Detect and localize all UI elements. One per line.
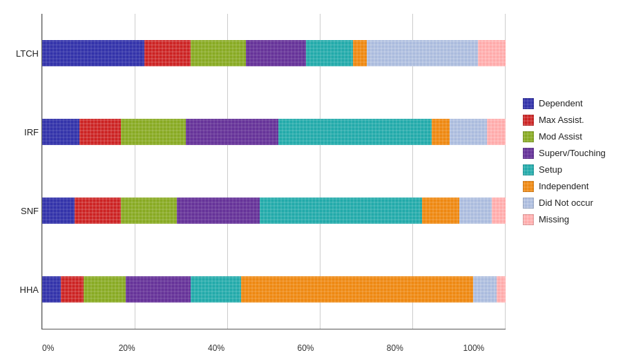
segment-mod-assist: [121, 198, 177, 224]
bar-row-hha: HHA: [42, 269, 506, 310]
segment-superv: [246, 40, 306, 66]
bar-row-snf: SNF: [42, 190, 506, 231]
legend-label-setup: Setup: [539, 164, 562, 175]
segment-mod-assist: [84, 276, 125, 303]
segment-max-assist: [75, 198, 121, 224]
segment-independent: [422, 198, 459, 224]
segment-missing: [497, 276, 506, 303]
segment-did-not: [459, 198, 492, 224]
legend-item-dependent: Dependent: [523, 98, 616, 109]
legend-color-independent: [523, 181, 534, 192]
legend-color-dependent: [523, 98, 534, 109]
legend-label-dependent: Dependent: [539, 98, 583, 108]
legend-label-superv: Superv/Touching: [539, 148, 606, 158]
x-axis-label-100%: 100%: [463, 343, 485, 353]
bar-stack-irf: [42, 119, 506, 145]
x-axis-label-80%: 80%: [387, 343, 403, 353]
segment-setup: [260, 198, 422, 224]
segment-max-assist: [144, 40, 191, 66]
legend-color-missing: [523, 214, 534, 225]
segment-dependent: [42, 40, 144, 66]
x-axis-labels: 0%20%40%60%80%100%: [42, 343, 506, 353]
chart-area: LTCHIRFSNFHHA 0%20%40%60%80%100%: [41, 14, 506, 329]
legend: DependentMax Assist.Mod AssistSuperv/Tou…: [506, 14, 616, 329]
x-axis-label-0%: 0%: [42, 343, 54, 353]
bar-stack-hha: [42, 276, 506, 303]
bar-stack-snf: [42, 198, 506, 224]
segment-independent: [353, 40, 367, 66]
segment-mod-assist: [121, 119, 186, 145]
legend-item-superv: Superv/Touching: [523, 148, 616, 159]
segment-did-not: [473, 276, 497, 303]
segment-did-not: [450, 119, 487, 145]
bar-label-ltch: LTCH: [4, 48, 39, 59]
legend-item-missing: Missing: [523, 214, 616, 225]
segment-setup: [191, 276, 242, 303]
segment-missing: [492, 198, 506, 224]
segment-missing: [478, 40, 506, 66]
legend-label-independent: Independent: [539, 181, 588, 191]
legend-item-setup: Setup: [523, 164, 616, 175]
bar-row-irf: IRF: [42, 111, 506, 153]
segment-dependent: [42, 119, 79, 145]
segment-max-assist: [61, 276, 84, 303]
segment-did-not: [367, 40, 478, 66]
segment-dependent: [42, 276, 61, 303]
bar-label-irf: IRF: [4, 127, 39, 137]
x-axis-label-60%: 60%: [297, 343, 314, 353]
segment-dependent: [42, 198, 75, 224]
chart-container: LTCHIRFSNFHHA 0%20%40%60%80%100% Depende…: [0, 0, 623, 364]
legend-label-mod-assist: Mod Assist: [539, 131, 582, 142]
bar-label-hha: HHA: [4, 285, 39, 295]
segment-independent: [432, 119, 450, 145]
legend-color-max-assist: [523, 115, 534, 126]
legend-color-mod-assist: [523, 131, 534, 142]
bar-stack-ltch: [42, 40, 506, 66]
segment-setup: [306, 40, 352, 66]
x-axis-label-20%: 20%: [119, 343, 135, 353]
legend-item-did-not: Did Not occur: [523, 198, 616, 209]
bar-row-ltch: LTCH: [42, 32, 506, 74]
segment-independent: [241, 276, 473, 303]
legend-item-mod-assist: Mod Assist: [523, 131, 616, 142]
segment-superv: [177, 198, 260, 224]
legend-color-setup: [523, 164, 534, 175]
legend-label-missing: Missing: [539, 214, 569, 224]
segment-mod-assist: [191, 40, 247, 66]
segment-superv: [186, 119, 278, 145]
segment-superv: [126, 276, 191, 303]
bar-label-snf: SNF: [4, 206, 39, 216]
legend-label-max-assist: Max Assist.: [539, 115, 584, 125]
segment-missing: [487, 119, 506, 145]
legend-label-did-not: Did Not occur: [539, 198, 593, 208]
legend-item-independent: Independent: [523, 181, 616, 192]
legend-color-did-not: [523, 198, 534, 209]
segment-setup: [278, 119, 431, 145]
x-axis-label-40%: 40%: [208, 343, 224, 353]
segment-max-assist: [79, 119, 121, 145]
legend-item-max-assist: Max Assist.: [523, 115, 616, 126]
legend-color-superv: [523, 148, 534, 159]
